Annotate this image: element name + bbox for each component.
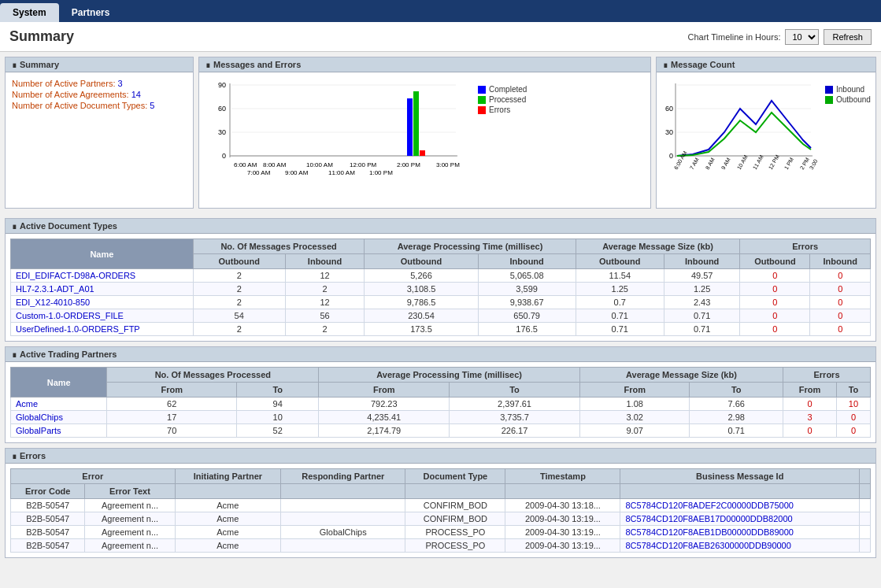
doc-row-in-size: 0.71: [664, 309, 740, 323]
summary-panel-header: ∎ Summary: [6, 57, 193, 72]
active-partners-collapse-icon[interactable]: ∎: [12, 350, 17, 359]
page-header: Summary Chart Timeline in Hours: 10 Refr…: [0, 22, 881, 52]
err-row-spacer: [860, 539, 871, 553]
msgcount-collapse-icon[interactable]: ∎: [663, 61, 668, 69]
partner-to-size-hdr: To: [690, 383, 783, 398]
svg-text:1:00 PM: 1:00 PM: [369, 169, 393, 176]
partner-row-to-avg: 226.17: [450, 424, 580, 438]
partner-row-from-size: 3.02: [579, 411, 689, 424]
table-row: HL7-2.3.1-ADT_A01 2 2 3,108.5 3,599 1.25…: [11, 283, 871, 296]
stat-partners-value: 3: [118, 79, 123, 88]
tab-system[interactable]: System: [0, 3, 59, 22]
doc-row-name[interactable]: HL7-2.3.1-ADT_A01: [11, 283, 194, 296]
svg-text:3:00: 3:00: [809, 158, 819, 170]
active-partners-title: Active Trading Partners: [20, 349, 117, 359]
doc-row-out-size: 0.7: [576, 296, 664, 309]
doc-out-err-hdr: Outbound: [740, 254, 810, 269]
refresh-button[interactable]: Refresh: [824, 29, 872, 45]
partner-row-from-avg: 2,174.79: [319, 424, 450, 438]
doc-out-msg-hdr: Outbound: [193, 254, 285, 269]
svg-text:11 AM: 11 AM: [752, 154, 764, 171]
partner-nomsg-header: No. Of Messages Processed: [107, 368, 319, 383]
svg-text:2:00 PM: 2:00 PM: [397, 161, 420, 168]
err-row-bid[interactable]: 8C5784CD120F8AEB26300000DDB90000: [620, 539, 860, 553]
doc-row-in-msg: 2: [285, 283, 365, 296]
err-row-text: Agreement n...: [85, 539, 175, 553]
table-row: Custom-1.0-ORDERS_FILE 54 56 230.54 650.…: [11, 309, 871, 323]
partner-row-from-size: 1.08: [579, 398, 689, 411]
partner-name-header: Name: [11, 368, 107, 398]
err-row-text: Agreement n...: [85, 499, 175, 512]
table-row: GlobalParts 70 52 2,174.79 226.17 9.07 0…: [11, 424, 871, 438]
partner-row-from-avg: 4,235.41: [319, 411, 450, 424]
svg-text:10 AM: 10 AM: [736, 154, 749, 171]
processed-icon: [478, 96, 486, 104]
doc-row-name[interactable]: EDI_EDIFACT-D98A-ORDERS: [11, 269, 194, 283]
legend-outbound: Outbound: [825, 95, 871, 104]
legend-completed: Completed: [478, 85, 527, 94]
msgcount-panel-header: ∎ Message Count: [657, 57, 875, 72]
errors-icon: [478, 106, 486, 114]
doc-row-name[interactable]: UserDefined-1.0-ORDERS_FTP: [11, 323, 194, 336]
svg-text:30: 30: [665, 128, 673, 136]
err-row-init: Acme: [175, 526, 281, 539]
svg-text:60: 60: [218, 105, 226, 113]
err-row-text: Agreement n...: [85, 512, 175, 526]
partner-row-name[interactable]: Acme: [11, 398, 107, 411]
partner-from-msg-hdr: From: [107, 383, 237, 398]
doc-row-name[interactable]: Custom-1.0-ORDERS_FILE: [11, 309, 194, 323]
active-doc-title: Active Document Types: [20, 221, 117, 231]
legend-completed-label: Completed: [489, 85, 527, 94]
doc-row-in-msg: 12: [285, 269, 365, 283]
doc-row-out-msg: 2: [193, 283, 285, 296]
outbound-icon: [825, 96, 833, 104]
active-doc-table: Name No. Of Messages Processed Average P…: [10, 239, 871, 336]
msgcount-panel-title: Message Count: [671, 60, 735, 69]
svg-text:90: 90: [218, 81, 226, 89]
table-row: GlobalChips 17 10 4,235.41 3,735.7 3.02 …: [11, 411, 871, 424]
svg-text:7:00 AM: 7:00 AM: [247, 169, 271, 176]
doc-row-in-msg: 56: [285, 309, 365, 323]
err-row-bid[interactable]: 8C5784CD120F8AEB1DB00000DDB89000: [620, 526, 860, 539]
msgcount-legend: Inbound Outbound: [825, 85, 871, 104]
err-row-resp: [281, 499, 405, 512]
err-row-text: Agreement n...: [85, 526, 175, 539]
completed-icon: [478, 86, 486, 94]
partner-row-from-err: 3: [783, 411, 837, 424]
active-doc-panel: ∎ Active Document Types Name No. Of Mess…: [5, 218, 876, 342]
doc-row-out-size: 0.71: [576, 309, 664, 323]
table-row: UserDefined-1.0-ORDERS_FTP 2 2 173.5 176…: [11, 323, 871, 336]
err-row-bid[interactable]: 8C5784CD120F8ADEF2C00000DDB75000: [620, 499, 860, 512]
chart-hours-select[interactable]: 10: [785, 29, 819, 45]
messages-collapse-icon[interactable]: ∎: [205, 61, 210, 69]
partner-row-name[interactable]: GlobalParts: [11, 424, 107, 438]
active-doc-collapse-icon[interactable]: ∎: [12, 222, 17, 231]
doc-row-in-msg: 2: [285, 323, 365, 336]
doc-name-header: Name: [11, 239, 194, 269]
msgcount-panel: ∎ Message Count 0 30 60: [656, 57, 876, 209]
err-row-bid[interactable]: 8C5784CD120F8AEB17D00000DDB82000: [620, 512, 860, 526]
summary-collapse-icon[interactable]: ∎: [12, 61, 17, 69]
doc-out-avg-hdr: Outbound: [365, 254, 478, 269]
errors-collapse-icon[interactable]: ∎: [12, 452, 17, 460]
errors-panel-title: Errors: [20, 451, 46, 460]
err-row-resp: [281, 512, 405, 526]
partner-from-avg-hdr: From: [319, 383, 450, 398]
stat-active-partners: Number of Active Partners: 3: [12, 79, 187, 88]
errors-content: Error Initiating Partner Responding Part…: [6, 464, 875, 557]
err-row-doc: PROCESS_PO: [405, 539, 505, 553]
doc-row-in-size: 1.25: [664, 283, 740, 296]
stat-doctypes-value: 5: [150, 101, 154, 110]
err-doc-header: Document Type: [405, 469, 505, 484]
partner-row-name[interactable]: GlobalChips: [11, 411, 107, 424]
err-row-ts: 2009-04-30 13:19...: [505, 526, 620, 539]
doc-in-size-hdr: Inbound: [664, 254, 740, 269]
partner-row-to-msg: 94: [237, 398, 319, 411]
doc-row-name[interactable]: EDI_X12-4010-850: [11, 296, 194, 309]
doc-row-out-err: 0: [740, 269, 810, 283]
err-row-ts: 2009-04-30 13:18...: [505, 499, 620, 512]
doc-row-out-err: 0: [740, 283, 810, 296]
doc-row-out-err: 0: [740, 323, 810, 336]
err-row-ts: 2009-04-30 13:19...: [505, 512, 620, 526]
tab-partners[interactable]: Partners: [59, 3, 123, 22]
